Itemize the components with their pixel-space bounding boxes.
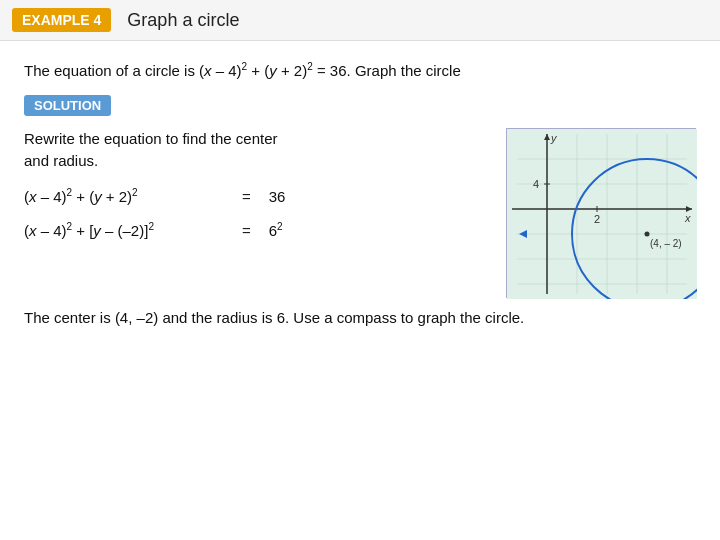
graph-container: x y 4 2 xyxy=(506,128,696,298)
content: The equation of a circle is (x – 4)2 + (… xyxy=(0,41,720,346)
header: EXAMPLE 4 Graph a circle xyxy=(0,0,720,41)
svg-text:x: x xyxy=(684,212,691,224)
conclusion: The center is (4, –2) and the radius is … xyxy=(24,306,696,330)
intro-eq: (x – 4)2 + (y + 2)2 = 36. xyxy=(199,62,351,79)
left-content: Rewrite the equation to find the center … xyxy=(24,128,490,255)
svg-text:(4, – 2): (4, – 2) xyxy=(650,238,682,249)
conclusion-radius: 6 xyxy=(277,309,285,326)
rewrite-line1: Rewrite the equation to find the center xyxy=(24,130,278,147)
page: EXAMPLE 4 Graph a circle The equation of… xyxy=(0,0,720,540)
eq2-equals: = xyxy=(242,222,251,239)
conclusion-center: (4, –2) xyxy=(115,309,158,326)
rewrite-line2: and radius. xyxy=(24,152,98,169)
equation-row-1: (x – 4)2 + (y + 2)2 = 36 xyxy=(24,187,490,205)
solution-badge: SOLUTION xyxy=(24,95,111,116)
graph-svg: x y 4 2 xyxy=(507,129,697,299)
svg-text:4: 4 xyxy=(533,178,539,190)
equations: (x – 4)2 + (y + 2)2 = 36 (x – 4)2 + [y –… xyxy=(24,187,490,239)
conclusion-text3: . Use a compass to graph the circle. xyxy=(285,309,524,326)
header-title: Graph a circle xyxy=(127,10,239,31)
eq2-rhs: 62 xyxy=(269,221,283,239)
main-section: Rewrite the equation to find the center … xyxy=(24,128,696,298)
intro-before: The equation of a circle is xyxy=(24,62,199,79)
eq1-lhs: (x – 4)2 + (y + 2)2 xyxy=(24,187,224,205)
intro-text: The equation of a circle is (x – 4)2 + (… xyxy=(24,59,696,83)
svg-point-23 xyxy=(645,231,650,236)
conclusion-text2: and the radius is xyxy=(158,309,276,326)
eq1-rhs: 36 xyxy=(269,188,286,205)
svg-rect-0 xyxy=(507,129,697,299)
equation-row-2: (x – 4)2 + [y – (–2)]2 = 62 xyxy=(24,221,490,239)
example-badge: EXAMPLE 4 xyxy=(12,8,111,32)
conclusion-text1: The center is xyxy=(24,309,115,326)
eq1-equals: = xyxy=(242,188,251,205)
rewrite-text: Rewrite the equation to find the center … xyxy=(24,128,490,173)
eq2-lhs: (x – 4)2 + [y – (–2)]2 xyxy=(24,221,224,239)
intro-after: Graph the circle xyxy=(351,62,461,79)
svg-text:2: 2 xyxy=(594,213,600,225)
